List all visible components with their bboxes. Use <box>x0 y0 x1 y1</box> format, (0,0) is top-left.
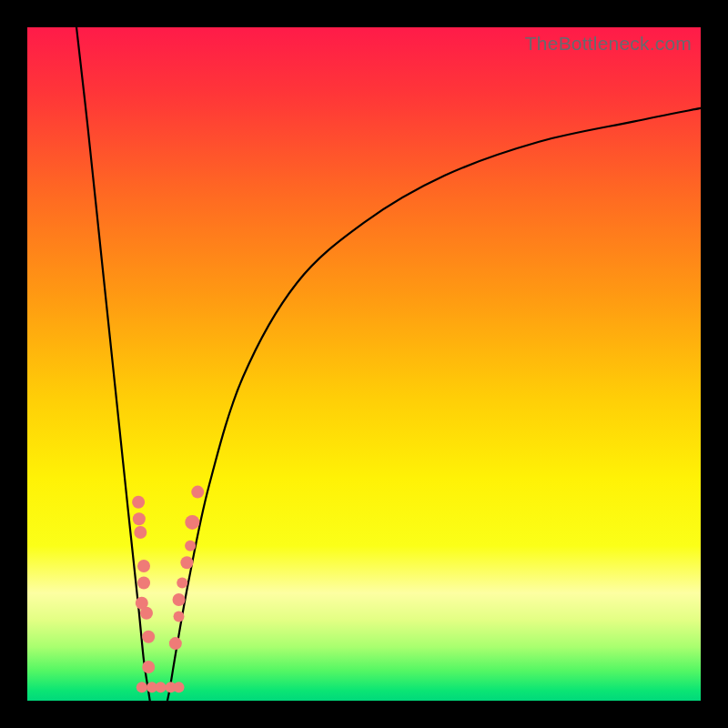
marker-dot <box>185 515 199 530</box>
marker-dot <box>177 578 187 589</box>
marker-dot <box>169 637 182 650</box>
marker-group <box>132 486 204 693</box>
plot-area: TheBottleneck.com <box>27 27 701 701</box>
marker-dot <box>132 496 145 509</box>
marker-dot <box>134 526 147 539</box>
marker-dot <box>137 560 150 572</box>
marker-dot <box>136 682 147 693</box>
marker-dot <box>142 631 155 643</box>
marker-dot <box>156 682 167 693</box>
marker-dot <box>174 682 185 693</box>
curve-right <box>167 108 701 701</box>
marker-dot <box>185 541 196 551</box>
marker-dot <box>173 593 186 606</box>
marker-dot <box>191 486 204 499</box>
marker-dot <box>140 607 153 620</box>
marker-dot <box>137 577 150 590</box>
chart-frame: TheBottleneck.com <box>0 0 728 728</box>
bottleneck-curve <box>27 27 701 701</box>
marker-dot <box>133 512 146 525</box>
marker-dot <box>142 661 155 673</box>
marker-dot <box>174 612 185 622</box>
marker-dot <box>180 556 193 569</box>
